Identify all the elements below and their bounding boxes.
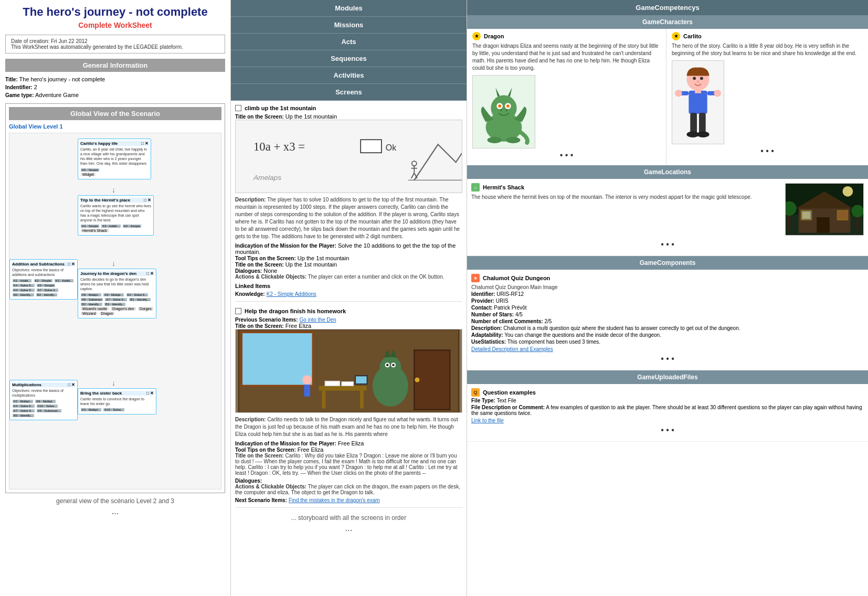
identifier-label: Indentifier:: [5, 84, 33, 90]
svg-rect-59: [699, 113, 706, 133]
dragon-image: [472, 75, 535, 148]
flow-node-5-body: Objectives: review the basics of multipl…: [12, 388, 75, 398]
screen-1-tooltips-value: Up the 1st mountain: [298, 255, 349, 261]
svg-rect-2: [361, 140, 382, 153]
flow-node-1: Carlito's happy life □ ✕ Carlito, an 8 y…: [78, 139, 151, 179]
svg-rect-70: [802, 211, 811, 219]
svg-point-51: [697, 80, 699, 82]
svg-point-18: [379, 356, 401, 378]
svg-rect-26: [304, 385, 310, 397]
hermit-name-row: ⌂ Hermit's Shack: [471, 183, 781, 191]
svg-text:Amelaps: Amelaps: [253, 174, 281, 182]
nav-screens[interactable]: Screens: [231, 84, 467, 101]
carlito-image: [672, 60, 724, 144]
right-panel: GameCompetencys GameCharacters ★ Dragon …: [467, 0, 868, 596]
screen-2-title-value: Free Eliza: [285, 323, 312, 329]
comp-dots: • • •: [471, 354, 864, 364]
carlito-desc: The hero of the story. Carlito is a litt…: [672, 42, 863, 57]
nav-modules[interactable]: Modules: [231, 0, 467, 17]
nav-missions[interactable]: Missions: [231, 17, 467, 34]
dragon-name-row: ★ Dragon: [472, 32, 661, 40]
svg-point-23: [386, 364, 389, 366]
location-hermit: ⌂ Hermit's Shack The house where the her…: [467, 179, 868, 256]
comp-stars-value: 4/5: [515, 312, 523, 317]
screen-2-actions: Actions & Clickable Objects: The player …: [235, 484, 462, 495]
svg-rect-33: [356, 376, 366, 384]
flow-node-3-title: Addition and Subtractions: [12, 262, 65, 267]
flow-node-3-body: Objectives: review the basics of additio…: [12, 268, 75, 277]
screen-2-next-link[interactable]: Find the mistakes in the dragon's exam: [289, 497, 380, 503]
svg-point-44: [505, 109, 507, 111]
nav-activities[interactable]: Activities: [231, 67, 467, 84]
flow-node-6-title: Bring the sister back: [80, 391, 122, 396]
screen-2-next-label: Next Scenario Items:: [235, 497, 287, 503]
svg-point-57: [714, 89, 721, 97]
screen-2-svg: [236, 329, 462, 413]
characters-section: ★ Dragon The dragon kidnaps Eliza and se…: [467, 29, 868, 165]
file-type-label: File Type:: [471, 398, 495, 403]
file-link[interactable]: Link to the file: [471, 418, 504, 423]
comp-detail-link[interactable]: Detailed Description and Examples: [471, 346, 553, 352]
left-dots: ...: [5, 507, 225, 516]
screen-1-dialogues-label: Dialogues:: [235, 268, 262, 274]
general-info-header: General Information: [5, 59, 225, 72]
flow-node-1-title: Carlito's happy life: [80, 141, 118, 146]
comp-stars-label: Number of Stars:: [471, 312, 514, 317]
screen-1-checkbox[interactable]: [235, 105, 241, 111]
files-dots: • • •: [471, 425, 864, 435]
comp-name-row: ★ Chalumot Quiz Dungeon: [471, 274, 864, 282]
screen-2-checkbox-label: Help the dragon finish his homework: [245, 308, 346, 314]
svg-rect-30: [325, 381, 340, 386]
nav-sequences[interactable]: Sequences: [231, 50, 467, 67]
svg-text:10a + x3 =: 10a + x3 =: [253, 140, 305, 153]
creation-date: Date of creation: Fri Jun 22 2012: [11, 38, 219, 44]
flow-node-2-body: Carlito wants to go see the hermit who l…: [80, 204, 151, 222]
screen-item-1: climb up the 1st mountain Title on the S…: [235, 105, 462, 302]
middle-dots: ...: [235, 524, 462, 533]
flow-node-1-body: Carlito, an 8 year old child, live happi…: [80, 147, 149, 166]
flow-node-2: Trip to the Hermit's place □ ✕ Carlito w…: [78, 195, 154, 236]
hermit-image: [785, 183, 864, 236]
hermit-icon: ⌂: [471, 183, 480, 191]
svg-point-43: [500, 109, 502, 111]
svg-rect-58: [690, 113, 697, 133]
comp-stats-label: UseStatistics:: [471, 339, 506, 345]
arrow-2: ↓: [112, 259, 115, 268]
flow-node-4-body: Carlito decides to go to the dragon's de…: [80, 277, 154, 291]
screen-1-knowledge-link[interactable]: K2 - Simple Additions: [267, 291, 316, 297]
svg-point-16: [415, 377, 419, 382]
game-characters-header: GameCharacters: [467, 15, 868, 29]
game-competencys-header: GameCompetencys: [467, 0, 868, 15]
screen-2-prev-label: Previous Scenario Items:: [235, 317, 298, 323]
screen-2-prev-link[interactable]: Go into the Den: [300, 317, 336, 323]
svg-point-36: [491, 95, 516, 121]
left-panel: The hero's journey - not complete Comple…: [0, 0, 231, 596]
nav-acts[interactable]: Acts: [231, 34, 467, 50]
screen-1-svg: 10a + x3 = Ok Amelaps: [236, 120, 462, 193]
svg-point-46: [506, 137, 521, 143]
svg-rect-27: [319, 386, 367, 390]
meta-note: This WorkSheet was automatically generat…: [11, 44, 219, 50]
svg-point-25: [302, 375, 312, 385]
svg-point-42: [506, 104, 510, 108]
screen-1-tooltips-label: Tool Tips on the Screen:: [235, 256, 296, 261]
scenario-header: Global View of the Scenario: [9, 107, 221, 120]
screen-item-2: Help the dragon finish his homework Prev…: [235, 308, 462, 508]
screen-2-indication-label: Indicaytion of the Mission for the Playe…: [235, 441, 336, 446]
svg-point-49: [693, 77, 696, 80]
svg-text:Ok: Ok: [386, 143, 396, 152]
flow-node-6-body: Carlito needs to convince the dragon to …: [80, 397, 154, 406]
flow-node-2-title: Trip to the Hermit's place: [80, 198, 130, 203]
file-icon: Q: [471, 388, 480, 397]
hermit-svg: [786, 184, 863, 236]
dragon-icon: ★: [472, 32, 481, 40]
comp-identifier-value: URIS-RF12: [496, 291, 524, 297]
screen-1-title-value: Up the 1st mountain: [285, 113, 337, 120]
dragon-desc: The dragon kidnaps Eliza and seems nasty…: [472, 42, 661, 72]
dragon-svg: [473, 78, 535, 145]
page-title: The hero's journey - not complete: [5, 5, 225, 19]
file-name: Question examples: [483, 389, 536, 396]
screen-2-checkbox[interactable]: [235, 308, 241, 314]
screen-1-knowledge-label: Knowledge:: [235, 291, 265, 297]
svg-point-41: [498, 104, 501, 108]
